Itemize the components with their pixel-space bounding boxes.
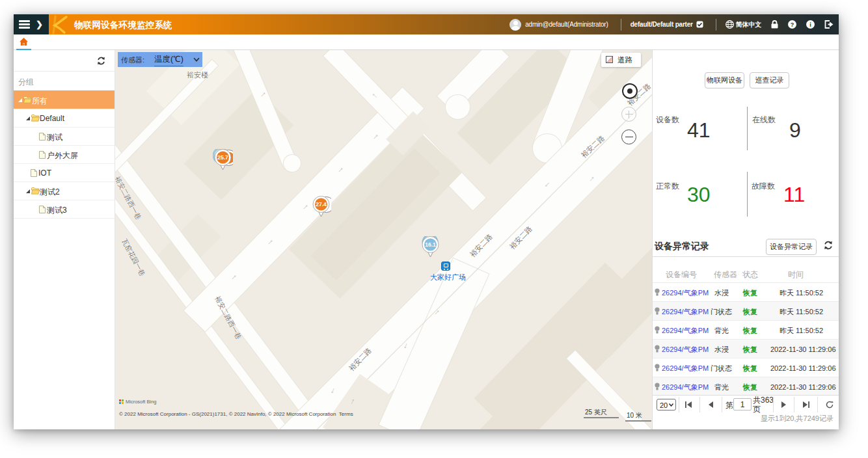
svg-text:?: ? — [791, 21, 794, 28]
svg-text:i: i — [809, 21, 811, 28]
svg-text:27.4: 27.4 — [316, 201, 327, 208]
svg-text:25.7: 25.7 — [217, 154, 228, 161]
svg-text:16.1: 16.1 — [425, 241, 436, 248]
